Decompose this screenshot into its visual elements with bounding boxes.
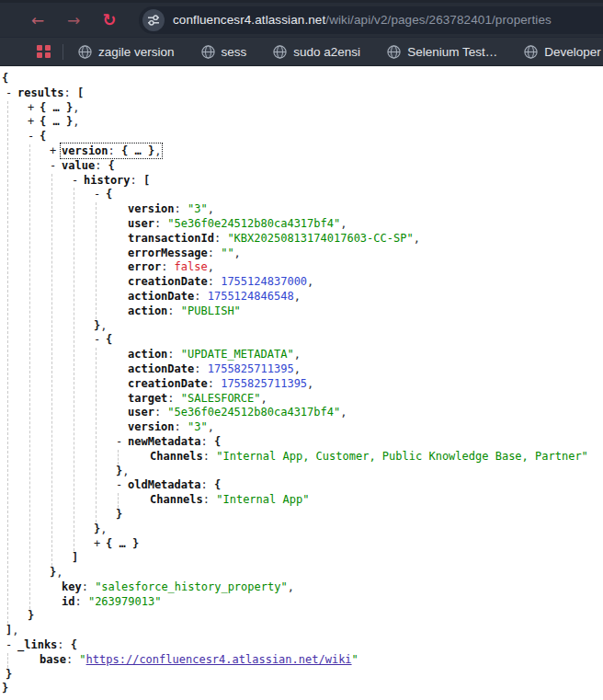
json-viewer: {-results: [+{ … },+{ … },-{+version: { … — [0, 66, 603, 697]
json-open-bracket: { — [214, 435, 221, 448]
collapsed-placeholder[interactable]: { … } — [40, 101, 73, 114]
json-key: actionDate — [128, 362, 194, 375]
json-key: version — [62, 144, 108, 157]
json-line: -{ — [94, 333, 603, 348]
json-colon: : — [194, 290, 207, 303]
json-colon: : — [108, 144, 121, 157]
bookmark-item[interactable]: Developer con… — [524, 45, 603, 59]
json-children: version: "3",user: "5e36f0e24512b80ca431… — [96, 202, 603, 318]
json-colon: : — [57, 638, 70, 651]
forward-button[interactable]: → — [60, 7, 87, 33]
json-line: -value: { — [50, 159, 603, 174]
json-line: target: "SALESFORCE", — [116, 392, 603, 407]
json-line: id: "263979013" — [50, 595, 603, 610]
json-comma: , — [307, 377, 313, 390]
json-comma: , — [208, 420, 214, 433]
bookmark-label: sess — [222, 45, 247, 59]
site-permissions-icon[interactable] — [142, 9, 165, 31]
json-line: }, — [94, 522, 603, 537]
bookmark-item[interactable]: zagile version — [78, 45, 175, 59]
url-text[interactable]: confluencesr4.atlassian.net/wiki/api/v2/… — [173, 13, 552, 27]
json-colon: : — [154, 217, 167, 230]
collapse-toggle-icon[interactable]: - — [28, 130, 40, 144]
json-value-string: "KBX20250813174017603-CC-SP" — [227, 232, 413, 245]
json-key: results — [17, 86, 64, 99]
json-open-bracket: { — [40, 130, 46, 143]
bookmarks-bar: zagile version sess sudo a2ensi Selenium… — [0, 37, 603, 66]
json-line: Channels: "Internal App, Customer, Publi… — [138, 450, 603, 465]
collapse-toggle-icon[interactable]: - — [116, 435, 128, 450]
collapse-toggle-icon[interactable]: - — [6, 638, 17, 653]
json-line: base: "https://confluencesr4.atlassian.n… — [28, 653, 603, 668]
json-value-boolean: false — [175, 260, 208, 273]
reload-button[interactable]: ↻ — [96, 7, 123, 33]
collapse-toggle-icon[interactable]: - — [72, 174, 84, 189]
json-line: actionDate: 1755124846548, — [116, 290, 603, 304]
expand-toggle-icon[interactable]: + — [28, 115, 40, 130]
bookmark-item[interactable]: sess — [201, 45, 247, 59]
json-key: creationDate — [128, 377, 208, 390]
bookmark-label: zagile version — [98, 45, 175, 59]
json-key: oldMetadata — [128, 478, 200, 491]
json-comma: , — [100, 522, 107, 535]
grid-icon[interactable] — [37, 44, 51, 59]
json-value-string: "Internal App" — [216, 493, 309, 506]
json-key: transactionId — [128, 232, 214, 245]
json-children: +{ … },+{ … },-{+version: { … },-value: … — [7, 101, 603, 625]
json-key: key — [62, 580, 82, 593]
json-value-string: "5e36f0e24512b80ca4317bf4" — [167, 406, 340, 419]
json-colon: : — [154, 406, 167, 419]
expand-toggle-icon[interactable]: + — [94, 537, 106, 552]
collapse-toggle-icon[interactable]: - — [94, 333, 106, 348]
json-comma: , — [208, 260, 214, 273]
json-key: errorMessage — [128, 247, 208, 259]
json-line: transactionId: "KBX20250813174017603-CC-… — [116, 232, 603, 247]
json-comma: , — [294, 348, 301, 361]
back-button[interactable]: ← — [24, 7, 51, 33]
json-comma: , — [122, 465, 129, 477]
expand-toggle-icon[interactable]: + — [50, 144, 62, 159]
json-line: actionDate: 1755825711395, — [116, 362, 603, 377]
json-key: history — [84, 174, 131, 187]
json-colon: : — [175, 420, 188, 433]
json-open-bracket: [ — [143, 174, 150, 187]
collapsed-placeholder[interactable]: { … } — [40, 115, 73, 128]
bookmark-item[interactable]: Selenium Test… — [387, 45, 497, 59]
json-line: }, — [50, 566, 603, 580]
json-value-string: "UPDATE_METADATA" — [181, 348, 294, 361]
json-colon: : — [64, 86, 77, 99]
json-children: -{version: "3",user: "5e36f0e24512b80ca4… — [74, 188, 603, 551]
json-key: newMetadata — [128, 435, 200, 448]
collapse-toggle-icon[interactable]: - — [116, 478, 128, 493]
collapse-toggle-icon[interactable]: - — [6, 86, 17, 101]
json-comma: , — [340, 217, 347, 230]
json-open-bracket: { — [108, 159, 115, 172]
json-line: } — [2, 682, 603, 696]
json-value-string: "Internal App, Customer, Public Knowledg… — [216, 450, 588, 463]
bookmark-item[interactable]: sudo a2ensi — [273, 45, 360, 59]
bookmarks-separator — [63, 44, 63, 60]
json-value-link-wrap: "https://confluencesr4.atlassian.net/wik… — [79, 653, 358, 666]
json-line: -{ — [94, 188, 603, 202]
json-children: -results: [+{ … },+{ … },-{+version: { …… — [2, 86, 603, 683]
json-colon: : — [175, 202, 188, 215]
json-colon: : — [208, 247, 221, 259]
json-colon: : — [194, 362, 207, 375]
url-bar[interactable]: confluencesr4.atlassian.net/wiki/api/v2/… — [139, 6, 603, 34]
expand-toggle-icon[interactable]: + — [28, 101, 40, 116]
collapse-toggle-icon[interactable]: - — [94, 188, 106, 202]
json-key: value — [62, 159, 95, 172]
json-close-bracket: } — [6, 668, 12, 681]
json-comma: , — [307, 275, 313, 288]
json-colon: : — [167, 392, 180, 405]
collapsed-placeholder[interactable]: { … } — [121, 144, 154, 157]
json-colon: : — [95, 159, 108, 172]
collapsed-node: { … } — [106, 537, 139, 550]
json-colon: : — [167, 348, 180, 361]
json-link[interactable]: https://confluencesr4.atlassian.net/wiki — [86, 653, 352, 666]
json-colon: : — [203, 450, 216, 463]
collapse-toggle-icon[interactable]: - — [50, 159, 62, 174]
json-line: } — [116, 508, 603, 522]
json-line: error: false, — [116, 260, 603, 275]
collapsed-placeholder[interactable]: { … } — [106, 537, 139, 550]
